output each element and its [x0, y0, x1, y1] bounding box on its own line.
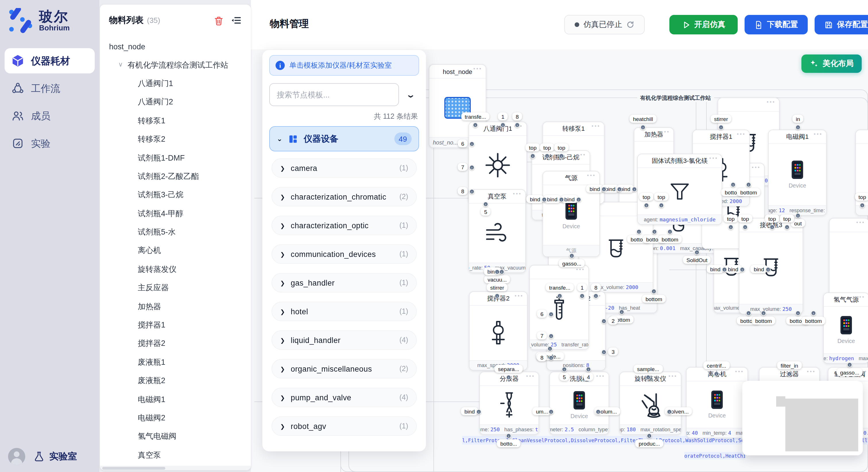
canvas-node-gassrc[interactable]: 气源•••Device气源 [542, 171, 600, 257]
node-menu-icon[interactable]: ••• [737, 131, 746, 137]
port-label-bind[interactable]: bind [707, 265, 724, 273]
port-dot-icon[interactable]: › [718, 125, 724, 130]
port-label-transfe[interactable]: transfe... [546, 283, 574, 291]
port-dot-icon[interactable]: › [586, 367, 591, 372]
sidebar-item-lab[interactable]: 实验室 [33, 450, 77, 463]
port-label-1[interactable]: 1 [577, 283, 587, 291]
port-dot-icon[interactable]: › [547, 346, 553, 351]
tree-item-11[interactable]: 主反应器 [109, 279, 251, 297]
sidebar-item-3[interactable]: 实验 [5, 131, 95, 156]
port-dot-icon[interactable]: › [530, 154, 535, 159]
port-dot-icon[interactable]: › [761, 310, 766, 316]
port-label-5[interactable]: 5 [559, 373, 569, 381]
port-label-top[interactable]: top [654, 193, 669, 201]
port-label-stirrer[interactable]: stirrer [487, 283, 508, 291]
port-dot-icon[interactable]: › [476, 409, 482, 414]
port-label-centrif[interactable]: centrif... [703, 361, 730, 369]
node-menu-icon[interactable]: ••• [596, 373, 605, 379]
canvas-node-solid3[interactable]: 固体试剂瓶3-氯化镁•••agent: magnesium_chloride [637, 154, 722, 225]
port-dot-icon[interactable]: › [483, 202, 488, 207]
port-dot-icon[interactable]: › [596, 409, 601, 414]
port-dot-icon[interactable]: › [668, 229, 673, 234]
tree-item-10[interactable]: 旋转蒸发仪 [109, 260, 251, 279]
canvas-node-rotovap[interactable]: 旋转蒸发仪•••temp: 180max_rotation_speed: [619, 372, 681, 435]
port-dot-icon[interactable]: › [646, 375, 651, 380]
port-label-gasso[interactable]: gasso... [559, 259, 585, 267]
tree-item-12[interactable]: 加热器 [109, 297, 251, 316]
port-dot-icon[interactable]: › [580, 293, 585, 299]
node-menu-icon[interactable]: ••• [807, 369, 816, 374]
port-label-6[interactable]: 6 [537, 310, 547, 318]
canvas-node-column[interactable]: 洗脱柱•••Devicediameter: 2.5column_type: si [549, 372, 609, 435]
port-dot-icon[interactable]: › [617, 187, 622, 192]
category-row-camera[interactable]: ❯camera(1) [272, 158, 417, 178]
port-dot-icon[interactable]: › [787, 371, 792, 376]
port-dot-icon[interactable]: › [601, 187, 607, 192]
tree-item-7[interactable]: 试剂瓶4-甲醇 [109, 204, 251, 223]
port-dot-icon[interactable]: › [644, 203, 649, 208]
trash-icon[interactable] [214, 15, 224, 26]
port-label-bind[interactable]: bind [750, 265, 768, 273]
port-label-in[interactable]: in [793, 115, 804, 123]
port-label-bottom[interactable]: bottom [642, 295, 665, 303]
port-label-bottom[interactable]: bottom [802, 316, 825, 325]
category-row-liquid_handler[interactable]: ❯liquid_handler(4) [272, 330, 417, 350]
tree-item-2[interactable]: 转移泵1 [109, 111, 251, 130]
port-dot-icon[interactable]: › [495, 293, 500, 299]
port-label-8[interactable]: 8 [458, 187, 468, 195]
port-label-bottom[interactable]: bottom [752, 316, 775, 325]
tree-item-14[interactable]: 搅拌器2 [109, 335, 251, 353]
port-dot-icon[interactable]: › [559, 154, 564, 159]
port-label-filterin[interactable]: filter_in [777, 361, 801, 369]
port-label-7[interactable]: 7 [458, 163, 468, 171]
category-row-robot_agv[interactable]: ❯robot_agv(1) [272, 416, 417, 436]
sidebar-item-0[interactable]: 仪器耗材 [5, 48, 95, 73]
canvas-node-h2src[interactable]: 氢气气源•••Device_type: hydrogenmax_pre [823, 293, 868, 364]
port-label-botto[interactable]: botto... [497, 439, 520, 447]
port-dot-icon[interactable]: › [541, 197, 547, 202]
port-dot-icon[interactable]: › [652, 229, 657, 234]
search-input[interactable] [269, 83, 399, 106]
tree-item-18[interactable]: 电磁阀2 [109, 409, 251, 428]
node-menu-icon[interactable]: ••• [856, 294, 865, 300]
port-dot-icon[interactable]: › [576, 197, 581, 202]
port-label-top[interactable]: top [724, 214, 738, 223]
port-label-SolidOut[interactable]: SolidOut [683, 256, 711, 264]
port-dot-icon[interactable]: › [562, 367, 567, 372]
port-label-2[interactable]: 2 [608, 316, 618, 325]
node-menu-icon[interactable]: ••• [473, 66, 482, 72]
port-dot-icon[interactable]: › [469, 141, 474, 146]
port-label-sample[interactable]: sample... [633, 365, 662, 373]
port-label-7[interactable]: 7 [537, 332, 547, 339]
simulation-status-badge[interactable]: 仿真已停止 [564, 15, 645, 34]
horizontal-scrollbar[interactable] [100, 466, 251, 470]
category-row-gas_handler[interactable]: ❯gas_handler(1) [272, 273, 417, 293]
port-label-bind[interactable]: bind [526, 195, 544, 203]
node-menu-icon[interactable]: ••• [709, 156, 718, 161]
port-label-top[interactable]: top [738, 214, 752, 223]
port-dot-icon[interactable]: › [740, 267, 745, 272]
port-label-8[interactable]: 8 [513, 112, 522, 121]
port-dot-icon[interactable]: › [795, 213, 801, 218]
port-label-vacuu[interactable]: vacuu... [484, 275, 510, 283]
category-row-organic_miscellaneous[interactable]: ❯organic_miscellaneous(2) [272, 359, 417, 378]
category-row-characterization_optic[interactable]: ❯characterization_optic(1) [272, 216, 417, 235]
port-dot-icon[interactable]: › [746, 182, 751, 187]
port-dot-icon[interactable]: › [640, 125, 646, 130]
port-label-stirrer[interactable]: stirrer [711, 115, 732, 123]
tree-item-1[interactable]: 八通阀门2 [109, 93, 251, 111]
tree-item-13[interactable]: 搅拌器1 [109, 316, 251, 335]
node-menu-icon[interactable]: ••• [592, 123, 600, 129]
category-row-pump_and_valve[interactable]: ❯pump_and_valve(4) [272, 388, 417, 407]
canvas-node-vacpump[interactable]: 真空泵•••pump_rate: 50max_vacuum: 0.1 [468, 189, 526, 273]
canvas-node-recv3[interactable]: 接收瓶3•••max_volume: 250 [739, 218, 803, 314]
port-dot-icon[interactable]: › [766, 267, 771, 272]
port-dot-icon[interactable]: › [847, 362, 852, 367]
port-dot-icon[interactable]: › [728, 225, 733, 230]
port-dot-icon[interactable]: › [860, 203, 865, 208]
node-menu-icon[interactable]: ••• [587, 173, 596, 178]
category-row-communication_devices[interactable]: ❯communication_devices(1) [272, 244, 417, 264]
logo[interactable]: 玻尔 Bohrium [0, 0, 99, 33]
collapse-panel-icon[interactable] [231, 15, 242, 26]
sidebar-item-2[interactable]: 成员 [5, 103, 95, 129]
